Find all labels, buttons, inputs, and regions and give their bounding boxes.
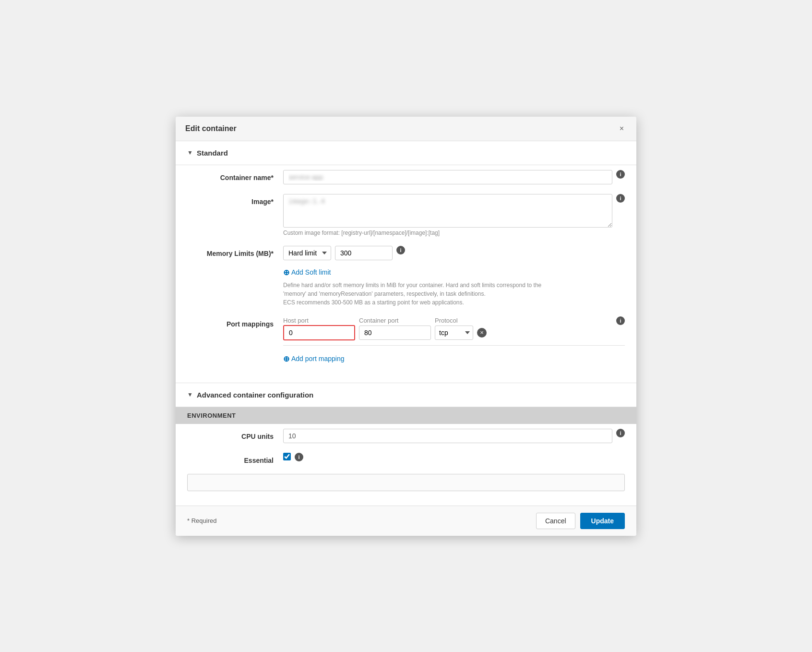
memory-limit-value-input[interactable]: [335, 246, 393, 260]
close-button[interactable]: ×: [617, 123, 627, 134]
modal-title: Edit container: [185, 124, 237, 133]
memory-limit-type-select[interactable]: Hard limit: [283, 246, 331, 260]
add-port-mapping-link[interactable]: ⊕ Add port mapping: [283, 354, 345, 363]
modal-header: Edit container ×: [176, 117, 636, 141]
add-soft-limit-link[interactable]: ⊕ Add Soft limit: [283, 268, 331, 277]
container-port-col-label: Container port: [359, 317, 431, 324]
memory-limits-hint: Define hard and/or soft memory limits in…: [283, 281, 625, 307]
standard-section-title: Standard: [197, 149, 228, 157]
modal-footer: * Required Cancel Update: [176, 506, 636, 536]
add-soft-limit-label: Add Soft limit: [291, 268, 331, 276]
extra-field-placeholder: [187, 474, 625, 491]
remove-port-mapping-button[interactable]: ×: [477, 328, 487, 338]
advanced-chevron-down-icon: ▼: [187, 391, 193, 398]
protocol-select[interactable]: tcp udp: [435, 326, 473, 340]
port-mappings-label: Port mappings: [187, 316, 283, 328]
container-name-label: Container name*: [187, 170, 283, 181]
container-name-info-icon[interactable]: i: [616, 170, 625, 179]
image-hint: Custom image format: [registry-url]/[nam…: [283, 229, 625, 236]
add-soft-limit-plus-icon: ⊕: [283, 268, 289, 277]
essential-label: Essential: [187, 453, 283, 464]
essential-info-icon[interactable]: i: [295, 453, 303, 461]
update-button[interactable]: Update: [580, 513, 625, 529]
container-name-input[interactable]: [283, 170, 612, 184]
cpu-units-info-icon[interactable]: i: [616, 429, 625, 437]
memory-limits-row: Memory Limits (MB)* Hard limit i: [187, 246, 625, 307]
container-name-field: i: [283, 170, 625, 184]
essential-field: i: [283, 453, 625, 461]
port-mappings-info-icon[interactable]: i: [616, 316, 625, 325]
image-info-icon[interactable]: i: [616, 194, 625, 203]
remove-port-mapping-icon: ×: [477, 328, 487, 338]
modal-body: ▼ Standard Container name* i Image*: [176, 141, 636, 506]
port-mapping-row: tcp udp ×: [283, 325, 625, 340]
cpu-units-row: CPU units i: [187, 429, 625, 443]
port-mappings-field: Host port Container port Protocol i tcp …: [283, 316, 625, 363]
essential-checkbox[interactable]: [283, 453, 291, 460]
memory-limits-field: Hard limit i ⊕ Add Soft limit Defin: [283, 246, 625, 307]
host-port-col-label: Host port: [283, 317, 355, 324]
chevron-down-icon: ▼: [187, 149, 193, 156]
advanced-section-title: Advanced container configuration: [197, 391, 313, 399]
container-port-input[interactable]: [359, 326, 431, 340]
add-port-mapping-label: Add port mapping: [291, 355, 345, 362]
image-row: Image* image:1.4 i Custom image format: …: [187, 194, 625, 236]
image-label: Image*: [187, 194, 283, 205]
cpu-units-field: i: [283, 429, 625, 443]
image-input[interactable]: image:1.4: [283, 194, 612, 228]
protocol-col-label: Protocol: [435, 317, 483, 324]
add-port-plus-icon: ⊕: [283, 354, 289, 363]
footer-buttons: Cancel Update: [536, 513, 625, 529]
required-note: * Required: [187, 517, 216, 524]
cpu-units-input[interactable]: [283, 429, 612, 443]
environment-section-content: CPU units i Essential: [176, 424, 636, 506]
edit-container-modal: Edit container × ▼ Standard Container na…: [176, 117, 636, 536]
cancel-button[interactable]: Cancel: [536, 513, 575, 529]
host-port-input[interactable]: [283, 325, 355, 340]
environment-section-header: ENVIRONMENT: [176, 407, 636, 424]
image-field: image:1.4 i Custom image format: [regist…: [283, 194, 625, 236]
standard-section-header[interactable]: ▼ Standard: [176, 141, 636, 165]
essential-row: Essential i: [187, 453, 625, 464]
advanced-section-header[interactable]: ▼ Advanced container configuration: [176, 383, 636, 407]
cpu-units-label: CPU units: [187, 429, 283, 440]
standard-section-content: Container name* i Image* image:1.4 i Cus: [176, 165, 636, 383]
container-name-row: Container name* i: [187, 170, 625, 184]
port-mappings-row: Port mappings Host port Container port P…: [187, 316, 625, 363]
memory-limits-info-icon[interactable]: i: [396, 246, 405, 254]
advanced-section: ▼ Advanced container configuration ENVIR…: [176, 383, 636, 506]
memory-limits-label: Memory Limits (MB)*: [187, 246, 283, 257]
